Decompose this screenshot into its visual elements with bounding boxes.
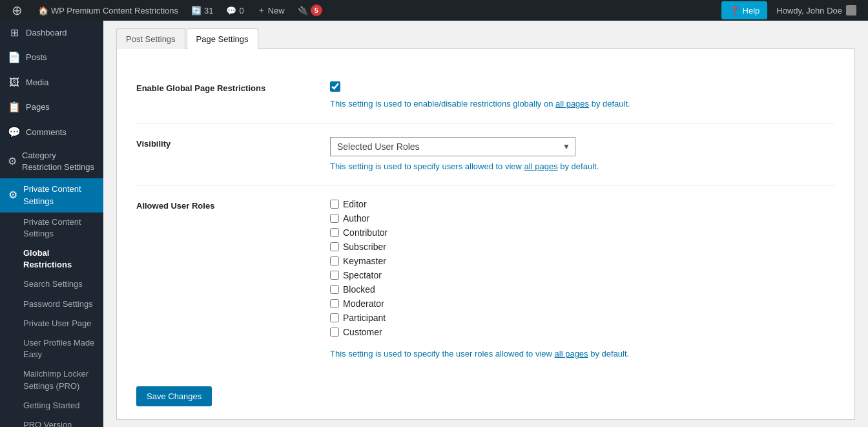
sidebar-item-media[interactable]: 🖼 Media [0,70,103,95]
home-icon: 🏠 [38,6,48,16]
role-label-contributor: Contributor [343,227,388,238]
submenu-mailchimp[interactable]: Mailchimp Locker Settings (PRO) [0,364,103,395]
role-checkbox-blocked[interactable] [330,285,339,294]
sidebar-item-category-restriction[interactable]: ⚙ Category Restriction Settings [0,145,103,178]
form-row-allowed-roles: Allowed User Roles EditorAuthorContribut… [136,186,835,373]
role-item-author[interactable]: Author [330,213,835,224]
new-item[interactable]: ＋ New [251,0,291,21]
comments-item[interactable]: 💬 0 [220,0,250,21]
visibility-desc-post: by default. [558,161,599,171]
submenu-label-getting-started: Getting Started [23,401,79,410]
sidebar-item-dashboard[interactable]: ⊞ Dashboard [0,21,103,45]
comments-count: 0 [239,6,243,16]
sidebar-item-private-content[interactable]: ⚙ Private Content Settings [0,178,103,212]
role-label-moderator: Moderator [343,298,384,309]
visibility-select[interactable]: Everyone Logged In Users Selected User R… [330,137,575,156]
role-item-customer[interactable]: Customer [330,327,835,337]
submenu-global-restrictions[interactable]: Global Restrictions [0,244,103,275]
roles-description: This setting is used to specify the user… [330,348,835,360]
role-checkbox-moderator[interactable] [330,299,339,308]
sidebar-label-pages: Pages [26,101,50,113]
role-item-subscriber[interactable]: Subscriber [330,242,835,252]
roles-desc-post: by default. [588,349,630,359]
allowed-roles-control: EditorAuthorContributorSubscriberKeymast… [330,199,835,360]
role-label-customer: Customer [343,327,382,337]
form-row-visibility: Visibility Everyone Logged In Users Sele… [136,124,835,187]
role-checkbox-spectator[interactable] [330,271,339,280]
visibility-desc-pre: This setting is used to specify users al… [330,161,524,171]
role-label-editor: Editor [343,199,367,209]
site-name: WP Premium Content Restrictions [51,6,178,16]
visibility-desc-link[interactable]: all pages [524,161,558,171]
plugin-item[interactable]: 🔌 5 [291,0,329,21]
new-label: New [268,6,285,16]
role-label-keymaster: Keymaster [343,256,386,266]
role-checkbox-contributor[interactable] [330,228,339,237]
help-label: Help [743,6,760,16]
role-item-contributor[interactable]: Contributor [330,227,835,238]
role-item-blocked[interactable]: Blocked [330,284,835,295]
sidebar-label-dashboard: Dashboard [26,27,67,39]
comments-sidebar-icon: 💬 [8,125,21,140]
sidebar-item-comments[interactable]: 💬 Comments [0,120,103,145]
enable-global-label: Enable Global Page Restrictions [136,81,330,93]
role-label-subscriber: Subscriber [343,242,386,252]
enable-global-desc-post: by default. [589,99,630,109]
updates-count: 31 [204,6,213,16]
sidebar-item-pages[interactable]: 📋 Pages [0,95,103,120]
wp-icon: ⊕ [12,3,23,18]
wp-logo[interactable]: ⊕ [5,0,32,21]
roles-desc-link[interactable]: all pages [555,349,588,359]
role-checkbox-subscriber[interactable] [330,242,339,251]
help-button[interactable]: ❓ Help [721,1,768,19]
role-checkbox-author[interactable] [330,214,339,223]
sidebar-label-posts: Posts [26,52,47,63]
role-label-spectator: Spectator [343,270,382,280]
tab-post-settings[interactable]: Post Settings [116,28,185,49]
role-checkbox-customer[interactable] [330,328,339,337]
sidebar-label-private-content: Private Content Settings [23,183,96,207]
visibility-description: This setting is used to specify users al… [330,160,835,173]
main-content: Post Settings Page Settings Enable Globa… [103,21,868,427]
submenu-search-settings[interactable]: Search Settings [0,275,103,294]
tab-page-settings-label: Page Settings [196,34,249,44]
sidebar-item-posts[interactable]: 📄 Posts [0,45,103,70]
role-checkbox-participant[interactable] [330,313,339,322]
settings-panel: Enable Global Page Restrictions This set… [116,49,855,420]
role-item-spectator[interactable]: Spectator [330,270,835,280]
role-checkbox-keymaster[interactable] [330,256,339,266]
submenu-label-search-settings: Search Settings [23,279,83,289]
plugin-count: 5 [311,5,322,16]
enable-global-desc-link[interactable]: all pages [555,99,589,109]
plus-icon: ＋ [257,5,265,16]
user-menu[interactable]: Howdy, John Doe [770,5,863,16]
submenu-private-user-page[interactable]: Private User Page [0,314,103,333]
submenu-private-content-settings[interactable]: Private Content Settings [0,213,103,244]
roles-checkbox-list: EditorAuthorContributorSubscriberKeymast… [330,199,835,337]
tabs-bar: Post Settings Page Settings [116,28,855,49]
submenu-password-settings[interactable]: Password Settings [0,295,103,314]
submenu-getting-started[interactable]: Getting Started [0,396,103,415]
dashboard-icon: ⊞ [8,26,21,40]
media-icon: 🖼 [8,76,21,90]
enable-global-control: This setting is used to enable/disable r… [330,81,835,110]
role-checkbox-editor[interactable] [330,200,339,209]
sidebar-label-media: Media [26,77,48,89]
role-item-editor[interactable]: Editor [330,199,835,209]
howdy-label: Howdy, John Doe [776,6,842,16]
enable-global-checkbox[interactable] [330,81,340,92]
updates-icon: 🔄 [191,6,202,16]
role-item-keymaster[interactable]: Keymaster [330,256,835,266]
help-icon: ❓ [729,6,739,16]
updates-item[interactable]: 🔄 31 [185,0,220,21]
site-name-item[interactable]: 🏠 WP Premium Content Restrictions [32,0,185,21]
allowed-roles-label: Allowed User Roles [136,199,330,211]
roles-desc-pre: This setting is used to specify the user… [330,349,555,359]
role-item-moderator[interactable]: Moderator [330,298,835,309]
submenu-pro-version[interactable]: PRO Version [0,415,103,427]
role-item-participant[interactable]: Participant [330,313,835,323]
submenu-label-private-user-page: Private User Page [23,318,92,328]
tab-page-settings[interactable]: Page Settings [187,28,258,49]
submenu-user-profiles[interactable]: User Profiles Made Easy [0,333,103,364]
save-changes-button[interactable]: Save Changes [136,386,212,406]
